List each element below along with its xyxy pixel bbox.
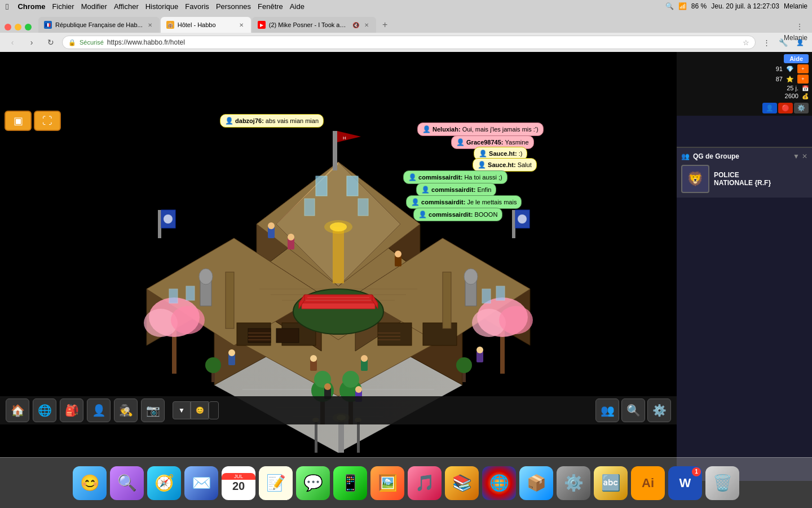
maximize-window-btn[interactable] <box>25 24 32 30</box>
menu-historique[interactable]: Historique <box>145 2 179 11</box>
orange-btn2[interactable]: + <box>797 75 809 84</box>
aide-button[interactable]: Aide <box>784 54 809 63</box>
alert-btn-right[interactable]: 🔴 <box>778 103 793 113</box>
toolbar-settings-btn[interactable]: ⚙️ <box>647 398 671 422</box>
svg-point-64 <box>268 222 275 229</box>
group-dropdown-icon[interactable]: ▼ <box>793 152 800 160</box>
svg-rect-100 <box>276 329 299 343</box>
avatar-editor-btn[interactable]: 👤 <box>87 398 111 422</box>
dock-illustrator[interactable]: Ai <box>631 466 665 500</box>
avatar-btn-right[interactable]: 👤 <box>762 103 777 113</box>
tab-youtube[interactable]: ▶ (2) Mike Posner - I Took a P... 🔇 ✕ <box>252 17 376 33</box>
dock-mail[interactable]: ✉️ <box>184 466 218 500</box>
dock-books[interactable]: 📚 <box>445 466 479 500</box>
chat-bubble-commissair3: 👤 commissairdit: Je le mettais mais <box>406 195 522 209</box>
dock-word-badge: 1 <box>692 467 701 476</box>
group-badge[interactable]: 🦁 <box>681 165 709 193</box>
chat-text-neluxiah: Oui, mais j'les jamais mis :') <box>462 126 539 133</box>
svg-rect-88 <box>226 272 234 329</box>
apple-menu[interactable]:  <box>6 2 8 11</box>
dock-calendar[interactable]: JUL 20 <box>222 466 255 500</box>
fullscreen-btn[interactable]: ⛶ <box>34 111 61 131</box>
reload-btn[interactable]: ↻ <box>43 34 59 50</box>
siri-icon[interactable]: 🔍 <box>665 2 674 10</box>
menu-chrome[interactable]: Chrome <box>17 2 45 11</box>
chat-emoji-btn[interactable]: 😊 <box>191 401 209 419</box>
svg-rect-79 <box>158 210 161 238</box>
tab-habbo[interactable]: 🏨 Hôtel - Habbo ✕ <box>161 17 251 33</box>
svg-point-76 <box>324 383 331 390</box>
tab-bar: 🇫🇷 République Française de Hab... ✕ 🏨 Hô… <box>0 12 812 33</box>
tab-republique-close[interactable]: ✕ <box>146 21 154 29</box>
dock-notes[interactable]: 📝 <box>259 466 293 500</box>
dock-word[interactable]: W 1 <box>668 466 702 500</box>
group-panel-title: QG de Groupe <box>693 152 739 160</box>
new-tab-btn[interactable]: + <box>377 17 393 33</box>
dock-appstore[interactable]: 📦 <box>519 466 553 500</box>
chat-bubble-commissair4: 👤 commissairdit: BOOON <box>413 208 502 221</box>
datetime-display: Jeu. 20 juil. à 12:27:03 <box>711 2 779 10</box>
tab-youtube-close[interactable]: ✕ <box>363 21 370 29</box>
menu-fenetre[interactable]: Fenêtre <box>258 2 283 11</box>
star-count: 87 <box>776 76 783 82</box>
group-icon: 👥 <box>681 152 690 160</box>
minimize-window-btn[interactable] <box>15 24 21 30</box>
settings-btn-right[interactable]: ⚙️ <box>794 103 809 113</box>
detective-btn[interactable]: 🕵️ <box>114 398 138 422</box>
dock-letterpress[interactable]: 🔤 <box>594 466 628 500</box>
camera-btn[interactable]: 📷 <box>141 398 165 422</box>
svg-rect-115 <box>482 289 491 303</box>
menu-personnes[interactable]: Personnes <box>216 2 251 11</box>
dock-photos[interactable]: 🖼️ <box>370 466 404 500</box>
home-btn[interactable]: 🏠 <box>6 398 29 422</box>
svg-point-52 <box>499 306 533 334</box>
dock-finder[interactable]: 😊 <box>73 466 107 500</box>
dock-facetime[interactable]: 📱 <box>333 466 367 500</box>
menu-fichier[interactable]: Fichier <box>52 2 74 11</box>
forward-btn[interactable]: › <box>24 34 39 50</box>
credit-icon: 💰 <box>802 93 809 99</box>
chat-bubble-neluxiah: 👤 Neluxiah: Oui, mais j'les jamais mis :… <box>417 122 544 136</box>
dock-music[interactable]: 🎵 <box>408 466 442 500</box>
dock-safari[interactable]: 🧭 <box>147 466 181 500</box>
tab-habbo-close[interactable]: ✕ <box>237 21 245 29</box>
dock-chrome[interactable]: 🌐 <box>482 466 516 500</box>
back-btn[interactable]: ‹ <box>5 34 20 50</box>
toolbar-avatar-small[interactable]: 👥 <box>595 398 619 422</box>
browser-menu-btn[interactable]: ⋮ <box>759 35 774 50</box>
menu-aide[interactable]: Aide <box>290 2 304 11</box>
navigator-btn[interactable]: 🌐 <box>33 398 56 422</box>
toggle-view-btn[interactable]: ▣ <box>5 111 32 131</box>
lock-icon: 🔒 <box>68 39 76 46</box>
address-bar[interactable]: 🔒 Sécurisé https://www.habbo.fr/hotel ☆ <box>62 36 756 49</box>
dock-systemprefs[interactable]: ⚙️ <box>557 466 590 500</box>
inventory-btn[interactable]: 🎒 <box>60 398 83 422</box>
tab-republique[interactable]: 🇫🇷 République Française de Hab... ✕ <box>38 17 160 33</box>
orange-btn[interactable]: + <box>797 64 809 73</box>
tab-youtube-mute[interactable]: 🔇 <box>352 22 359 28</box>
chat-input[interactable] <box>209 401 219 419</box>
bookmark-star-icon[interactable]: ☆ <box>743 38 749 47</box>
group-settings-icon[interactable]: ✕ <box>802 152 807 160</box>
menu-afficher[interactable]: Afficher <box>114 2 139 11</box>
extensions-icon[interactable]: ⋮ <box>796 23 807 33</box>
svg-rect-93 <box>315 422 317 453</box>
dock-siri[interactable]: 🔍 <box>110 466 144 500</box>
close-window-btn[interactable] <box>5 24 11 30</box>
chat-speaker-sauce2: Sauce.ht: <box>488 161 518 168</box>
svg-point-48 <box>171 306 205 334</box>
chat-bubble-dabzoj76: 👤 dabzoj76: abs vais mian mian <box>220 114 324 128</box>
svg-rect-28 <box>304 199 315 216</box>
svg-rect-82 <box>512 210 515 238</box>
chat-dropdown-btn[interactable]: ▼ <box>173 401 191 419</box>
diamond-count: 91 <box>776 65 783 72</box>
ui-topleft-buttons: ▣ ⛶ <box>5 111 61 131</box>
chat-avatar-commissair2: 👤 <box>421 186 430 194</box>
user-display: Melanie <box>784 2 807 10</box>
toolbar-search-btn[interactable]: 🔍 <box>621 398 645 422</box>
dock-trash[interactable]: 🗑️ <box>705 466 739 500</box>
dock-messages[interactable]: 💬 <box>296 466 330 500</box>
svg-rect-23 <box>333 131 337 170</box>
menu-favoris[interactable]: Favoris <box>185 2 209 11</box>
menu-modifier[interactable]: Modifier <box>81 2 107 11</box>
